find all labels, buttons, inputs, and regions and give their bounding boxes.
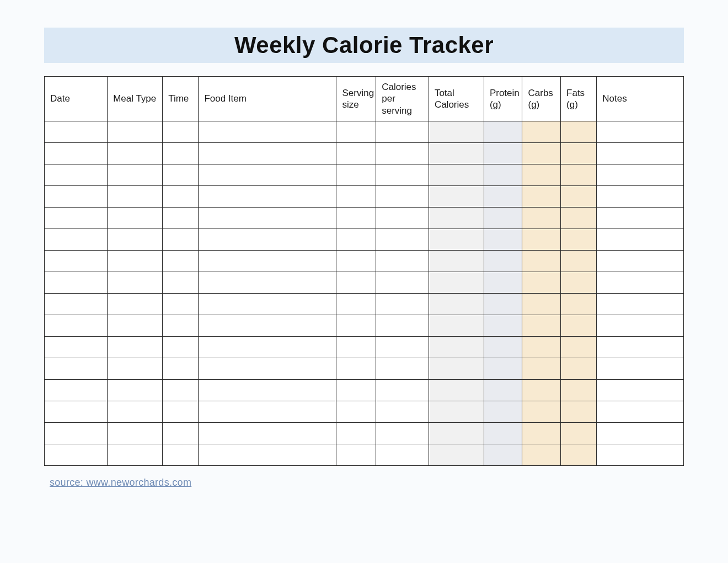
cell-protein[interactable] — [484, 444, 522, 465]
cell-food-item[interactable] — [199, 142, 336, 164]
cell-notes[interactable] — [597, 185, 684, 207]
cell-date[interactable] — [45, 379, 108, 401]
cell-date[interactable] — [45, 164, 108, 185]
cell-food-item[interactable] — [199, 272, 336, 293]
cell-calories-per-serving[interactable] — [376, 293, 429, 315]
cell-protein[interactable] — [484, 207, 522, 229]
cell-protein[interactable] — [484, 336, 522, 358]
cell-carbs[interactable] — [522, 121, 561, 142]
cell-notes[interactable] — [597, 315, 684, 336]
cell-meal-type[interactable] — [108, 336, 163, 358]
cell-serving-size[interactable] — [336, 164, 376, 185]
cell-fats[interactable] — [561, 142, 597, 164]
cell-time[interactable] — [163, 164, 199, 185]
cell-calories-per-serving[interactable] — [376, 185, 429, 207]
cell-calories-per-serving[interactable] — [376, 358, 429, 379]
cell-food-item[interactable] — [199, 379, 336, 401]
source-link[interactable]: source: www.neworchards.com — [50, 477, 191, 488]
cell-protein[interactable] — [484, 293, 522, 315]
cell-notes[interactable] — [597, 444, 684, 465]
cell-meal-type[interactable] — [108, 444, 163, 465]
cell-time[interactable] — [163, 336, 199, 358]
cell-meal-type[interactable] — [108, 250, 163, 272]
cell-food-item[interactable] — [199, 207, 336, 229]
cell-time[interactable] — [163, 401, 199, 422]
cell-notes[interactable] — [597, 142, 684, 164]
cell-meal-type[interactable] — [108, 207, 163, 229]
cell-total-calories[interactable] — [429, 229, 484, 250]
cell-time[interactable] — [163, 250, 199, 272]
cell-fats[interactable] — [561, 250, 597, 272]
cell-time[interactable] — [163, 422, 199, 444]
cell-carbs[interactable] — [522, 336, 561, 358]
cell-calories-per-serving[interactable] — [376, 164, 429, 185]
cell-date[interactable] — [45, 121, 108, 142]
cell-food-item[interactable] — [199, 358, 336, 379]
cell-total-calories[interactable] — [429, 293, 484, 315]
cell-carbs[interactable] — [522, 142, 561, 164]
cell-total-calories[interactable] — [429, 401, 484, 422]
cell-protein[interactable] — [484, 121, 522, 142]
cell-carbs[interactable] — [522, 207, 561, 229]
cell-date[interactable] — [45, 207, 108, 229]
cell-food-item[interactable] — [199, 164, 336, 185]
cell-notes[interactable] — [597, 250, 684, 272]
cell-carbs[interactable] — [522, 185, 561, 207]
cell-fats[interactable] — [561, 293, 597, 315]
cell-notes[interactable] — [597, 401, 684, 422]
cell-carbs[interactable] — [522, 444, 561, 465]
cell-calories-per-serving[interactable] — [376, 229, 429, 250]
cell-time[interactable] — [163, 293, 199, 315]
cell-carbs[interactable] — [522, 422, 561, 444]
cell-protein[interactable] — [484, 358, 522, 379]
cell-fats[interactable] — [561, 422, 597, 444]
cell-carbs[interactable] — [522, 272, 561, 293]
cell-fats[interactable] — [561, 358, 597, 379]
cell-time[interactable] — [163, 207, 199, 229]
cell-meal-type[interactable] — [108, 121, 163, 142]
cell-time[interactable] — [163, 379, 199, 401]
cell-protein[interactable] — [484, 315, 522, 336]
cell-total-calories[interactable] — [429, 315, 484, 336]
cell-total-calories[interactable] — [429, 336, 484, 358]
cell-date[interactable] — [45, 358, 108, 379]
cell-meal-type[interactable] — [108, 272, 163, 293]
cell-date[interactable] — [45, 422, 108, 444]
cell-total-calories[interactable] — [429, 444, 484, 465]
cell-fats[interactable] — [561, 229, 597, 250]
cell-notes[interactable] — [597, 229, 684, 250]
cell-time[interactable] — [163, 229, 199, 250]
cell-date[interactable] — [45, 293, 108, 315]
cell-total-calories[interactable] — [429, 121, 484, 142]
cell-serving-size[interactable] — [336, 207, 376, 229]
cell-notes[interactable] — [597, 293, 684, 315]
cell-calories-per-serving[interactable] — [376, 315, 429, 336]
cell-time[interactable] — [163, 358, 199, 379]
cell-total-calories[interactable] — [429, 207, 484, 229]
cell-food-item[interactable] — [199, 422, 336, 444]
cell-notes[interactable] — [597, 422, 684, 444]
cell-serving-size[interactable] — [336, 185, 376, 207]
cell-meal-type[interactable] — [108, 401, 163, 422]
cell-fats[interactable] — [561, 185, 597, 207]
cell-notes[interactable] — [597, 121, 684, 142]
cell-protein[interactable] — [484, 229, 522, 250]
cell-total-calories[interactable] — [429, 272, 484, 293]
cell-total-calories[interactable] — [429, 142, 484, 164]
cell-serving-size[interactable] — [336, 229, 376, 250]
cell-protein[interactable] — [484, 401, 522, 422]
cell-serving-size[interactable] — [336, 401, 376, 422]
cell-time[interactable] — [163, 142, 199, 164]
cell-food-item[interactable] — [199, 121, 336, 142]
cell-date[interactable] — [45, 250, 108, 272]
cell-meal-type[interactable] — [108, 358, 163, 379]
cell-total-calories[interactable] — [429, 422, 484, 444]
cell-protein[interactable] — [484, 379, 522, 401]
cell-food-item[interactable] — [199, 250, 336, 272]
cell-date[interactable] — [45, 315, 108, 336]
cell-meal-type[interactable] — [108, 379, 163, 401]
cell-total-calories[interactable] — [429, 250, 484, 272]
cell-protein[interactable] — [484, 142, 522, 164]
cell-serving-size[interactable] — [336, 272, 376, 293]
cell-fats[interactable] — [561, 272, 597, 293]
